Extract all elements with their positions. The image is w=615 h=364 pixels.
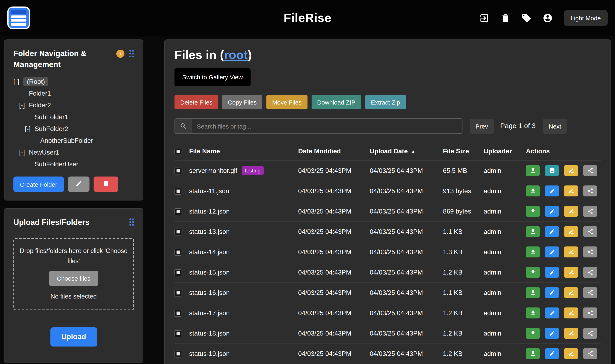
folder-tree-item[interactable]: [-]NewUser1 — [13, 146, 134, 158]
file-tag-badge[interactable]: testing — [242, 166, 264, 175]
rename-button[interactable] — [564, 308, 578, 318]
download-button[interactable] — [526, 348, 540, 359]
share-button[interactable] — [583, 348, 597, 359]
rename-button[interactable] — [564, 165, 578, 176]
row-checkbox[interactable] — [174, 310, 181, 317]
select-all-checkbox[interactable] — [174, 148, 181, 155]
download-button[interactable] — [526, 247, 540, 258]
edit-button[interactable] — [545, 308, 559, 318]
download-button[interactable] — [526, 287, 540, 298]
share-button[interactable] — [583, 308, 597, 318]
file-name[interactable]: status-17.json — [189, 309, 230, 317]
rename-button[interactable] — [564, 226, 578, 237]
edit-button[interactable] — [545, 287, 559, 298]
edit-button[interactable] — [545, 206, 559, 217]
folder-tree-item[interactable]: AnotherSubFolder — [13, 135, 134, 146]
folder-name[interactable]: Folder2 — [29, 102, 51, 109]
row-checkbox[interactable] — [174, 351, 181, 357]
tree-collapse-toggle[interactable]: [-] — [25, 125, 35, 132]
tree-collapse-toggle[interactable]: [-] — [13, 78, 23, 85]
tree-collapse-toggle[interactable]: [-] — [19, 102, 29, 109]
logout-icon[interactable] — [479, 13, 489, 23]
create-folder-button[interactable]: Create Folder — [13, 177, 64, 192]
column-header-upload-date[interactable]: Upload Date▲ — [370, 147, 443, 155]
root-link[interactable]: root — [224, 48, 248, 61]
rename-button[interactable] — [564, 206, 578, 217]
dropzone[interactable]: Drop files/folders here or click 'Choose… — [13, 238, 134, 310]
light-mode-button[interactable]: Light Mode — [564, 10, 608, 26]
folder-tree-item[interactable]: SubFolder1 — [13, 111, 134, 123]
file-name[interactable]: status-12.json — [189, 208, 230, 215]
edit-button[interactable] — [545, 348, 559, 359]
drag-handle-icon[interactable] — [129, 218, 134, 226]
rename-button[interactable] — [564, 348, 578, 359]
edit-button[interactable] — [545, 185, 559, 196]
download-button[interactable] — [526, 328, 540, 339]
rename-button[interactable] — [564, 287, 578, 298]
rename-button[interactable] — [564, 328, 578, 339]
row-checkbox[interactable] — [174, 229, 181, 235]
folder-tree-item[interactable]: Folder1 — [13, 87, 134, 99]
preview-button[interactable] — [545, 165, 559, 176]
delete-folder-button[interactable] — [93, 177, 118, 192]
search-input[interactable] — [192, 119, 462, 133]
download-button[interactable] — [526, 226, 540, 237]
row-checkbox[interactable] — [174, 168, 181, 174]
folder-tree-item[interactable]: SubFolderUser — [13, 158, 134, 170]
next-page-button[interactable]: Next — [543, 118, 567, 134]
file-name[interactable]: status-18.json — [189, 330, 230, 337]
folder-name[interactable]: AnotherSubFolder — [40, 137, 93, 144]
upload-button[interactable]: Upload — [50, 327, 97, 347]
download-button[interactable] — [526, 165, 540, 176]
edit-button[interactable] — [545, 226, 559, 237]
folder-name[interactable]: Folder1 — [29, 90, 51, 97]
folder-name[interactable]: NewUser1 — [29, 149, 59, 156]
share-button[interactable] — [583, 165, 597, 176]
info-icon[interactable]: i — [116, 50, 124, 58]
move-files-button[interactable]: Move Files — [266, 95, 307, 109]
download-zip-button[interactable]: Download ZIP — [311, 95, 361, 109]
share-button[interactable] — [583, 185, 597, 196]
rename-button[interactable] — [564, 247, 578, 258]
row-checkbox[interactable] — [174, 330, 181, 337]
filerise-logo[interactable] — [7, 7, 30, 29]
column-header-uploader[interactable]: Uploader — [484, 147, 526, 155]
copy-files-button[interactable]: Copy Files — [222, 95, 262, 109]
account-icon[interactable] — [543, 13, 553, 23]
folder-name[interactable]: (Root) — [23, 77, 49, 86]
file-name[interactable]: status-15.json — [189, 269, 230, 276]
folder-name[interactable]: SubFolder1 — [35, 113, 68, 121]
choose-files-button[interactable]: Choose files — [49, 271, 98, 286]
tree-collapse-toggle[interactable]: [-] — [19, 149, 29, 156]
share-button[interactable] — [583, 206, 597, 217]
column-header-actions[interactable]: Actions — [526, 147, 601, 155]
tag-icon[interactable] — [522, 13, 532, 23]
rename-button[interactable] — [564, 185, 578, 196]
edit-button[interactable] — [545, 328, 559, 339]
folder-name[interactable]: SubFolderUser — [35, 160, 78, 168]
search-icon[interactable] — [175, 119, 192, 133]
rename-folder-button[interactable] — [68, 177, 89, 192]
drag-handle-icon[interactable] — [129, 50, 134, 57]
row-checkbox[interactable] — [174, 249, 181, 256]
file-name[interactable]: status-16.json — [189, 289, 230, 296]
download-button[interactable] — [526, 206, 540, 217]
file-name[interactable]: servermonitor.gif — [189, 167, 237, 174]
edit-button[interactable] — [545, 267, 559, 278]
extract-zip-button[interactable]: Extract Zip — [365, 95, 406, 109]
folder-name[interactable]: SubFolder2 — [35, 125, 68, 132]
share-button[interactable] — [583, 226, 597, 237]
file-name[interactable]: status-19.json — [189, 350, 230, 357]
folder-tree-item[interactable]: [-](Root) — [13, 76, 134, 87]
download-button[interactable] — [526, 185, 540, 196]
file-name[interactable]: status-13.json — [189, 228, 230, 235]
row-checkbox[interactable] — [174, 290, 181, 297]
share-button[interactable] — [583, 247, 597, 258]
delete-files-button[interactable]: Delete Files — [174, 95, 218, 109]
download-button[interactable] — [526, 308, 540, 318]
row-checkbox[interactable] — [174, 269, 181, 276]
rename-button[interactable] — [564, 267, 578, 278]
folder-tree-item[interactable]: [-]Folder2 — [13, 99, 134, 111]
trash-icon[interactable] — [500, 13, 510, 23]
download-button[interactable] — [526, 267, 540, 278]
